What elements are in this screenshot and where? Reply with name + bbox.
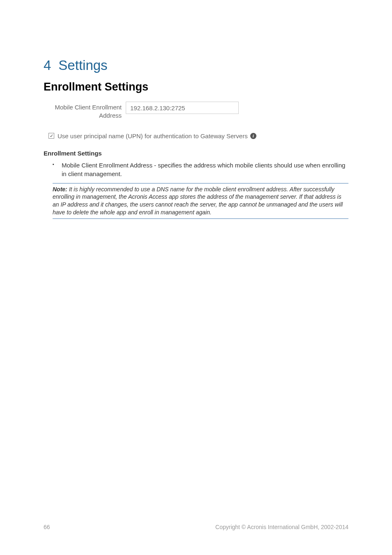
section-heading: 4Settings: [44, 58, 348, 73]
note-box: Note: It is highly recommended to use a …: [53, 183, 348, 219]
bullet-item: Mobile Client Enrollment Address - speci…: [44, 161, 348, 178]
upn-checkbox-label: Use user principal name (UPN) for authen…: [58, 132, 248, 139]
upn-checkbox[interactable]: ✓: [48, 133, 54, 139]
section-number: 4: [44, 58, 51, 73]
note-text: Note: It is highly recommended to use a …: [53, 186, 348, 217]
page-number: 66: [44, 524, 50, 530]
enrollment-address-row: Mobile Client Enrollment Address: [48, 102, 348, 120]
checkmark-icon: ✓: [50, 134, 53, 138]
content-subheading: Enrollment Settings: [44, 150, 348, 157]
enrollment-address-input[interactable]: [126, 102, 239, 114]
form-title: Enrollment Settings: [44, 81, 348, 93]
enrollment-address-label: Mobile Client Enrollment Address: [48, 102, 122, 120]
section-title: Settings: [58, 58, 107, 73]
info-icon[interactable]: i: [250, 133, 256, 139]
note-label: Note:: [53, 186, 67, 193]
bullet-list: Mobile Client Enrollment Address - speci…: [44, 161, 348, 178]
note-body: It is highly recommended to use a DNS na…: [53, 186, 343, 216]
upn-checkbox-row[interactable]: ✓ Use user principal name (UPN) for auth…: [48, 132, 348, 139]
footer: 66 Copyright © Acronis International Gmb…: [44, 524, 348, 530]
copyright-text: Copyright © Acronis International GmbH, …: [215, 524, 348, 530]
